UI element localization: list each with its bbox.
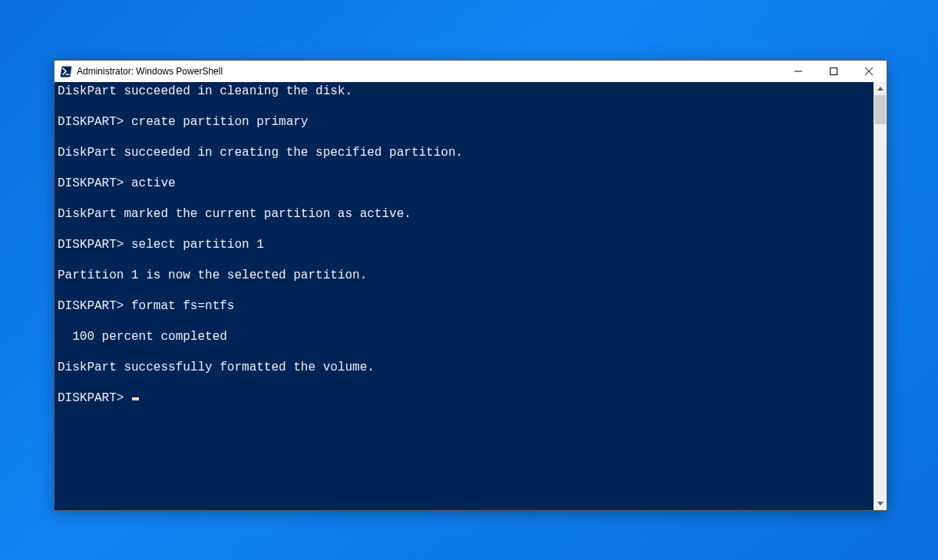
powershell-window: Administrator: Windows PowerShell DiskPa…	[54, 60, 887, 511]
cursor	[132, 397, 139, 400]
window-title: Administrator: Windows PowerShell	[77, 66, 781, 77]
terminal-line	[58, 222, 874, 237]
terminal-line: Partition 1 is now the selected partitio…	[58, 268, 874, 283]
powershell-icon	[60, 65, 72, 77]
terminal-line	[58, 191, 874, 206]
terminal-line: DISKPART> active	[58, 176, 874, 191]
terminal-line	[58, 283, 874, 298]
svg-rect-2	[831, 68, 837, 75]
terminal-line: DISKPART> select partition 1	[58, 237, 874, 252]
close-button[interactable]	[851, 61, 887, 82]
terminal-line	[58, 252, 874, 268]
terminal-line: DISKPART> create partition primary	[58, 114, 874, 130]
terminal-line: DISKPART>	[58, 390, 874, 406]
terminal-line	[58, 344, 874, 360]
terminal-line: DiskPart succeeded in cleaning the disk.	[58, 84, 874, 99]
terminal-line	[58, 99, 874, 114]
minimize-button[interactable]	[781, 61, 816, 82]
maximize-button[interactable]	[816, 61, 851, 82]
terminal-line: DiskPart succeeded in creating the speci…	[58, 145, 874, 160]
terminal-line	[58, 314, 874, 329]
scroll-down-button[interactable]	[874, 497, 887, 510]
titlebar[interactable]: Administrator: Windows PowerShell	[54, 61, 887, 82]
terminal-line	[58, 130, 874, 145]
window-controls	[781, 61, 887, 82]
terminal-output[interactable]: DiskPart succeeded in cleaning the disk.…	[54, 82, 874, 510]
terminal-line	[58, 160, 874, 176]
scrollbar-vertical[interactable]	[874, 82, 887, 510]
terminal-line: DiskPart marked the current partition as…	[58, 206, 874, 222]
terminal-line	[58, 375, 874, 390]
terminal-line: DiskPart successfully formatted the volu…	[58, 360, 874, 375]
terminal-line: DISKPART> format fs=ntfs	[58, 298, 874, 314]
scroll-thumb[interactable]	[874, 95, 886, 124]
client-area: DiskPart succeeded in cleaning the disk.…	[54, 82, 887, 510]
scroll-up-button[interactable]	[874, 82, 887, 95]
terminal-line: 100 percent completed	[58, 329, 874, 344]
